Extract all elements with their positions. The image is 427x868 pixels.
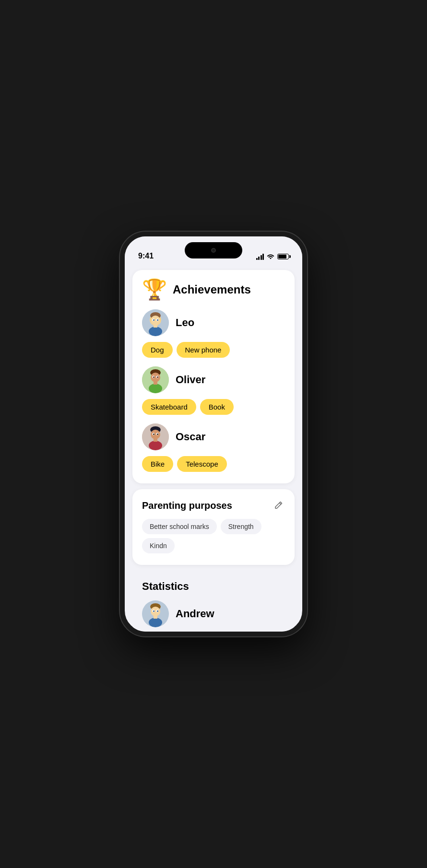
avatar-andrew [142, 600, 169, 627]
svg-point-33 [149, 441, 162, 450]
child-section-oliver: Oliver Skateboard Book [142, 366, 285, 415]
child-name-leo: Leo [176, 317, 194, 329]
trophy-icon: 🏆 [142, 280, 167, 300]
svg-point-7 [153, 319, 154, 321]
svg-point-10 [157, 319, 158, 320]
achievement-tag-skateboard: Skateboard [142, 399, 196, 415]
child-section-oscar: Oscar Bike Telescope [142, 423, 285, 472]
svg-point-18 [153, 376, 154, 378]
purpose-tag-strength: Strength [221, 519, 261, 534]
svg-rect-45 [154, 616, 157, 619]
child-header-leo: Leo [142, 309, 285, 336]
achievement-tag-telescope: Telescope [177, 456, 227, 472]
child-section-leo: Leo Dog New phone [142, 309, 285, 358]
status-icons [256, 253, 289, 260]
svg-point-11 [149, 327, 162, 336]
svg-point-15 [151, 373, 160, 382]
svg-point-32 [157, 434, 158, 434]
svg-point-31 [154, 434, 154, 434]
wifi-icon [267, 253, 274, 260]
svg-point-20 [154, 376, 154, 377]
svg-point-30 [157, 434, 158, 435]
phone-frame: 9:41 🏆 [120, 232, 307, 636]
svg-point-40 [153, 610, 154, 612]
screen-content[interactable]: 🏆 Achievements [125, 264, 302, 632]
parenting-purposes-card: Parenting purposes Better school marks S… [132, 489, 295, 565]
achievement-tags-oscar: Bike Telescope [142, 456, 285, 472]
avatar-oscar [142, 423, 169, 450]
statistics-title: Statistics [142, 580, 285, 593]
svg-point-44 [149, 618, 162, 627]
edit-icon[interactable] [272, 499, 285, 512]
svg-rect-23 [154, 382, 157, 385]
achievement-tag-bike: Bike [142, 456, 173, 472]
purpose-tag-kindn: Kindn [142, 538, 175, 553]
battery-icon [277, 254, 289, 259]
achievement-tags-leo: Dog New phone [142, 342, 285, 358]
achievement-tag-book: Book [200, 399, 234, 415]
child-name-oscar: Oscar [176, 431, 205, 443]
parenting-purposes-header: Parenting purposes [142, 499, 285, 512]
achievements-header: 🏆 Achievements [142, 280, 285, 300]
svg-point-29 [153, 434, 154, 435]
svg-point-8 [157, 319, 158, 321]
svg-point-43 [157, 610, 158, 611]
signal-icon [256, 254, 264, 260]
svg-point-19 [157, 376, 158, 378]
purpose-tags: Better school marks Strength Kindn [142, 519, 285, 553]
achievements-title: Achievements [173, 283, 251, 296]
statistics-card: Statistics [132, 571, 295, 632]
child-header-oliver: Oliver [142, 366, 285, 393]
svg-point-4 [151, 316, 160, 325]
stats-child-header: Andrew [142, 600, 285, 627]
child-name-oliver: Oliver [176, 374, 205, 386]
camera-dot [211, 248, 216, 253]
svg-point-41 [157, 610, 158, 612]
child-header-oscar: Oscar [142, 423, 285, 450]
svg-point-21 [157, 376, 158, 377]
svg-rect-34 [154, 439, 157, 442]
stats-child-name: Andrew [176, 608, 214, 620]
achievements-card: 🏆 Achievements [132, 270, 295, 483]
svg-point-37 [151, 607, 160, 616]
avatar-oliver [142, 366, 169, 393]
achievement-tag-dog: Dog [142, 342, 173, 358]
purpose-tag-school: Better school marks [142, 519, 217, 534]
achievement-tag-newphone: New phone [177, 342, 230, 358]
avatar-leo [142, 309, 169, 336]
svg-point-9 [154, 319, 154, 320]
achievement-tags-oliver: Skateboard Book [142, 399, 285, 415]
svg-point-42 [154, 610, 154, 611]
svg-point-26 [151, 430, 160, 439]
dynamic-island [185, 242, 242, 258]
svg-point-22 [149, 384, 162, 393]
svg-rect-12 [154, 325, 157, 328]
status-time: 9:41 [138, 252, 154, 260]
parenting-purposes-title: Parenting purposes [142, 500, 232, 511]
